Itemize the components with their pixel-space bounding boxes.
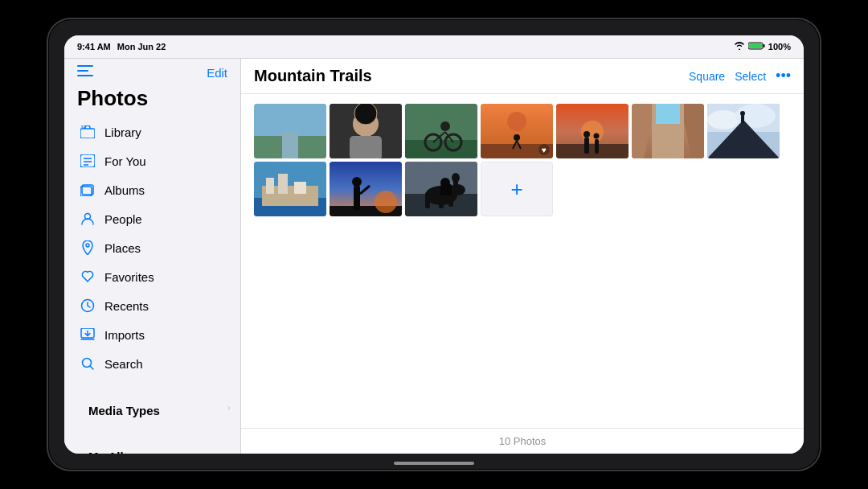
sidebar-header: Edit (64, 59, 240, 83)
svg-rect-1 (763, 44, 764, 47)
svg-rect-87 (425, 192, 430, 208)
library-label: Library (104, 125, 141, 139)
sidebar-item-imports[interactable]: Imports (71, 320, 234, 349)
svg-point-48 (507, 112, 526, 131)
favorites-icon (79, 268, 96, 286)
sidebar-collapse-icon[interactable] (77, 65, 93, 80)
svg-rect-34 (282, 132, 298, 158)
media-types-label: Media Types (74, 394, 174, 421)
sidebar-item-albums[interactable]: Albums (71, 175, 234, 204)
svg-rect-80 (354, 186, 360, 210)
svg-rect-69 (741, 115, 744, 123)
library-icon (79, 123, 96, 141)
sidebar-item-recents[interactable]: Recents (71, 291, 234, 320)
sidebar: Edit Photos Library (64, 59, 241, 454)
ipad-frame: 9:41 AM Mon Jun 22 100% (48, 19, 820, 470)
photos-grid: ♥ (241, 94, 804, 428)
media-types-section: Media Types › (64, 384, 240, 424)
sidebar-item-places[interactable]: Places (71, 233, 234, 262)
my-albums-chevron[interactable]: ⌄ (219, 445, 231, 454)
photo-5[interactable] (556, 104, 628, 158)
add-photo-button[interactable]: + (481, 162, 553, 216)
main-content: Mountain Trails Square Select ••• (241, 59, 804, 454)
people-icon (79, 210, 96, 228)
photo-1[interactable] (254, 104, 326, 158)
photo-4[interactable]: ♥ (481, 104, 553, 158)
svg-rect-4 (77, 70, 88, 72)
albums-label: Albums (104, 183, 145, 197)
sidebar-title: Photos (64, 83, 240, 117)
photo-8[interactable] (254, 162, 326, 216)
photos-row-1: ♥ (254, 104, 791, 158)
svg-rect-75 (278, 174, 288, 194)
status-date: Mon Jun 22 (117, 42, 166, 51)
photo-9[interactable] (330, 162, 402, 216)
people-label: People (104, 212, 142, 226)
svg-point-38 (354, 104, 377, 125)
status-bar-right: 100% (734, 42, 791, 51)
svg-rect-74 (266, 178, 274, 194)
my-albums-section: My Albums ⌄ (64, 430, 240, 454)
for-you-icon (79, 152, 96, 170)
svg-point-70 (740, 111, 745, 116)
svg-rect-7 (82, 125, 85, 128)
photo-4-heart: ♥ (538, 144, 550, 155)
app-container: Edit Photos Library (64, 58, 804, 454)
sidebar-item-search[interactable]: Search (71, 349, 234, 378)
svg-point-58 (594, 134, 600, 139)
toolbar-right: Square Select ••• (689, 68, 791, 84)
home-indicator[interactable] (394, 462, 474, 465)
sidebar-nav: Library For You Albums (64, 117, 240, 378)
sidebar-item-people[interactable]: People (71, 204, 234, 233)
edit-button[interactable]: Edit (207, 66, 227, 80)
svg-point-15 (86, 244, 89, 247)
select-button[interactable]: Select (735, 70, 766, 83)
sidebar-item-for-you[interactable]: For You (71, 146, 234, 175)
svg-point-66 (707, 110, 739, 129)
svg-point-79 (375, 191, 397, 213)
photo-7[interactable] (707, 104, 780, 158)
album-title: Mountain Trails (254, 67, 372, 85)
svg-line-21 (90, 366, 93, 369)
svg-rect-76 (294, 182, 306, 194)
add-icon: + (510, 177, 522, 202)
svg-rect-2 (749, 43, 762, 48)
wifi-icon (734, 42, 745, 51)
sidebar-item-favorites[interactable]: Favorites (71, 262, 234, 291)
albums-icon (79, 181, 96, 199)
main-toolbar: Mountain Trails Square Select ••• (241, 59, 804, 94)
imports-label: Imports (104, 328, 145, 342)
photo-6[interactable] (632, 104, 704, 158)
photos-row-2: + (254, 162, 791, 216)
svg-rect-53 (556, 144, 628, 158)
more-button[interactable]: ••• (776, 68, 791, 84)
for-you-label: For You (104, 154, 146, 168)
svg-point-81 (352, 177, 362, 187)
favorites-label: Favorites (104, 270, 154, 284)
my-albums-label: My Albums (74, 440, 166, 454)
svg-rect-37 (350, 136, 382, 158)
status-time: 9:41 AM (77, 42, 111, 51)
imports-icon (79, 326, 96, 343)
svg-rect-63 (656, 104, 680, 124)
square-button[interactable]: Square (689, 70, 725, 83)
search-label: Search (104, 357, 143, 371)
photo-count: 10 Photos (499, 435, 547, 447)
svg-rect-55 (584, 138, 589, 154)
photo-10[interactable] (405, 162, 477, 216)
svg-rect-94 (440, 184, 452, 195)
recents-icon (79, 297, 96, 314)
photo-count-footer: 10 Photos (241, 428, 804, 454)
search-icon (79, 355, 96, 372)
photo-2[interactable] (330, 104, 402, 158)
svg-point-49 (514, 134, 520, 141)
svg-point-92 (452, 173, 460, 183)
ipad-screen: 9:41 AM Mon Jun 22 100% (64, 35, 804, 454)
media-types-chevron[interactable]: › (227, 402, 231, 413)
svg-rect-56 (595, 139, 599, 154)
sidebar-item-library[interactable]: Library (71, 117, 234, 146)
svg-rect-5 (77, 75, 93, 76)
svg-rect-6 (80, 129, 95, 138)
photo-3[interactable] (405, 104, 477, 158)
places-label: Places (104, 241, 141, 255)
